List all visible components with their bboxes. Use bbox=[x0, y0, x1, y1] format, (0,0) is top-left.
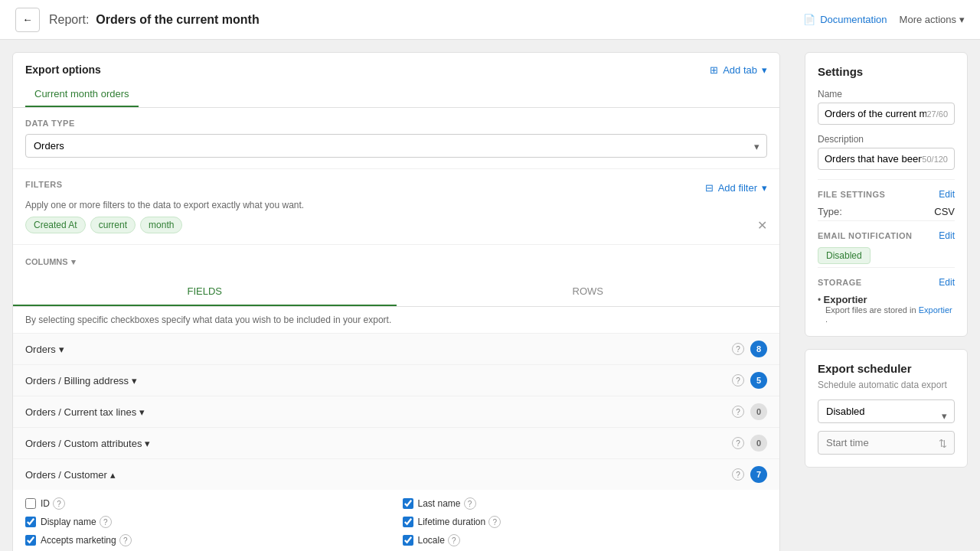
tab-rows[interactable]: ROWS bbox=[397, 278, 780, 306]
field-accepts-marketing-checkbox[interactable] bbox=[25, 535, 36, 546]
scheduler-select[interactable]: Disabled bbox=[818, 399, 955, 423]
description-input[interactable] bbox=[825, 153, 922, 165]
field-lifetime-duration-checkbox[interactable] bbox=[403, 517, 413, 527]
columns-label: COLUMNS bbox=[25, 257, 68, 266]
field-id: ID ? bbox=[25, 497, 390, 510]
data-type-label: DATA TYPE bbox=[25, 119, 767, 128]
file-settings-header: FILE SETTINGS Edit bbox=[818, 189, 955, 200]
file-settings-section: FILE SETTINGS Edit Type: CSV bbox=[818, 179, 955, 217]
custom-help-icon[interactable]: ? bbox=[732, 437, 744, 449]
more-actions-button[interactable]: More actions ▾ bbox=[900, 14, 965, 25]
scheduler-description: Schedule automatic data export bbox=[818, 380, 955, 390]
back-button[interactable]: ← bbox=[15, 8, 40, 32]
name-field: Name 27/60 bbox=[818, 89, 955, 125]
storage-edit[interactable]: Edit bbox=[939, 277, 955, 288]
name-input[interactable] bbox=[825, 108, 926, 119]
filter-tag-created-at: Created At bbox=[25, 217, 86, 233]
report-name: Orders of the current month bbox=[96, 13, 259, 26]
filters-header: FILTERS ⊟ Add filter ▾ bbox=[25, 180, 767, 195]
field-group-orders: Orders ▾ ? 8 bbox=[13, 333, 779, 364]
start-time-input[interactable] bbox=[818, 431, 955, 455]
description-field-label: Description bbox=[818, 134, 955, 145]
tab-current-month-orders[interactable]: Current month orders bbox=[25, 82, 139, 107]
field-id-help[interactable]: ? bbox=[53, 497, 65, 510]
field-group-customer-actions: ? 7 bbox=[732, 466, 767, 483]
tab-fields[interactable]: FIELDS bbox=[13, 278, 397, 306]
filter-clear-button[interactable]: ✕ bbox=[757, 218, 767, 233]
export-options-header: Export options ⊞ Add tab ▾ bbox=[13, 53, 779, 76]
customer-help-icon[interactable]: ? bbox=[732, 468, 744, 481]
field-group-billing-header[interactable]: Orders / Billing address ▾ ? 5 bbox=[13, 365, 779, 396]
filter-tag-current: current bbox=[90, 217, 136, 233]
customer-dropdown-icon: ▴ bbox=[110, 469, 116, 481]
documentation-link[interactable]: 📄 Documentation bbox=[803, 14, 887, 25]
orders-dropdown-icon: ▾ bbox=[59, 344, 64, 355]
add-tab-button[interactable]: ⊞ Add tab ▾ bbox=[710, 64, 767, 76]
right-panel: Settings Name 27/60 Description 50/120 bbox=[792, 40, 980, 551]
email-notification-header: EMAIL NOTIFICATION Edit bbox=[818, 230, 955, 241]
field-group-orders-header[interactable]: Orders ▾ ? 8 bbox=[13, 334, 779, 364]
billing-help-icon[interactable]: ? bbox=[732, 374, 744, 386]
field-last-name-help[interactable]: ? bbox=[464, 497, 476, 510]
customer-fields-grid: ID ? Last name ? bbox=[13, 490, 779, 551]
file-settings-edit[interactable]: Edit bbox=[939, 189, 955, 200]
columns-section: COLUMNS ▾ bbox=[13, 244, 779, 278]
add-filter-button[interactable]: ⊟ Add filter ▾ bbox=[705, 182, 767, 194]
field-group-customer-header[interactable]: Orders / Customer ▴ ? 7 bbox=[13, 459, 779, 490]
left-panel: Export options ⊞ Add tab ▾ Current month… bbox=[0, 40, 792, 551]
tax-help-icon[interactable]: ? bbox=[732, 406, 744, 418]
storage-desc: Export files are stored in bbox=[825, 305, 916, 315]
fields-rows-tabs: FIELDS ROWS bbox=[13, 278, 779, 307]
field-group-custom-actions: ? 0 bbox=[732, 435, 767, 452]
add-filter-label: Add filter bbox=[718, 182, 757, 194]
field-group-custom: Orders / Custom attributes ▾ ? 0 bbox=[13, 427, 779, 458]
field-group-billing-title: Orders / Billing address ▾ bbox=[25, 375, 137, 386]
field-id-checkbox[interactable] bbox=[25, 498, 36, 509]
columns-toggle-icon: ▾ bbox=[71, 257, 76, 267]
filter-tags-container: Created At current month ✕ bbox=[25, 217, 767, 233]
field-group-custom-header[interactable]: Orders / Custom attributes ▾ ? 0 bbox=[13, 428, 779, 458]
scheduler-card: Export scheduler Schedule automatic data… bbox=[805, 349, 968, 468]
page: ← Report: Orders of the current month 📄 … bbox=[0, 0, 980, 551]
field-locale-checkbox[interactable] bbox=[403, 535, 413, 546]
custom-badge: 0 bbox=[750, 435, 767, 452]
name-field-label: Name bbox=[818, 89, 955, 99]
add-tab-icon: ⊞ bbox=[710, 64, 718, 76]
field-last-name-checkbox[interactable] bbox=[403, 498, 413, 509]
field-accepts-marketing: Accepts marketing ? bbox=[25, 534, 390, 546]
field-lifetime-duration: Lifetime duration ? bbox=[403, 516, 768, 528]
field-group-billing: Orders / Billing address ▾ ? 5 bbox=[13, 364, 779, 396]
field-locale: Locale ? bbox=[403, 534, 768, 546]
data-type-section: DATA TYPE Orders ▾ bbox=[13, 108, 779, 168]
description-char-count: 50/120 bbox=[922, 155, 948, 164]
email-notification-edit[interactable]: Edit bbox=[939, 230, 955, 241]
field-display-name-checkbox[interactable] bbox=[25, 517, 36, 527]
custom-dropdown-icon: ▾ bbox=[145, 438, 150, 449]
email-notification-section: EMAIL NOTIFICATION Edit Disabled bbox=[818, 220, 955, 264]
field-group-tax-header[interactable]: Orders / Current tax lines ▾ ? 0 bbox=[13, 396, 779, 427]
email-status-badge: Disabled bbox=[818, 247, 871, 264]
field-display-name-help[interactable]: ? bbox=[100, 516, 112, 528]
header: ← Report: Orders of the current month 📄 … bbox=[0, 0, 980, 40]
add-tab-dropdown-icon: ▾ bbox=[762, 64, 767, 76]
orders-help-icon[interactable]: ? bbox=[732, 343, 744, 355]
field-accepts-marketing-help[interactable]: ? bbox=[119, 534, 132, 546]
field-group-tax-title: Orders / Current tax lines ▾ bbox=[25, 406, 145, 418]
file-type-row: Type: CSV bbox=[818, 206, 955, 217]
field-lifetime-duration-help[interactable]: ? bbox=[488, 516, 501, 528]
field-locale-help[interactable]: ? bbox=[448, 534, 460, 546]
data-type-select[interactable]: Orders bbox=[25, 134, 767, 158]
field-group-tax-actions: ? 0 bbox=[732, 403, 767, 420]
field-group-billing-actions: ? 5 bbox=[732, 372, 767, 389]
email-notification-title: EMAIL NOTIFICATION bbox=[818, 231, 912, 240]
main-content: Export options ⊞ Add tab ▾ Current month… bbox=[0, 40, 980, 551]
data-type-select-wrapper: Orders ▾ bbox=[25, 134, 767, 158]
storage-link[interactable]: Exportier bbox=[919, 305, 952, 315]
scheduler-title: Export scheduler bbox=[818, 362, 955, 375]
filter-tag-month: month bbox=[140, 217, 182, 233]
more-actions-label: More actions bbox=[900, 14, 956, 25]
columns-toggle[interactable]: COLUMNS ▾ bbox=[25, 257, 76, 267]
description-input-wrapper: 50/120 bbox=[818, 148, 955, 170]
doc-icon: 📄 bbox=[803, 14, 815, 25]
add-filter-dropdown-icon: ▾ bbox=[762, 182, 767, 194]
